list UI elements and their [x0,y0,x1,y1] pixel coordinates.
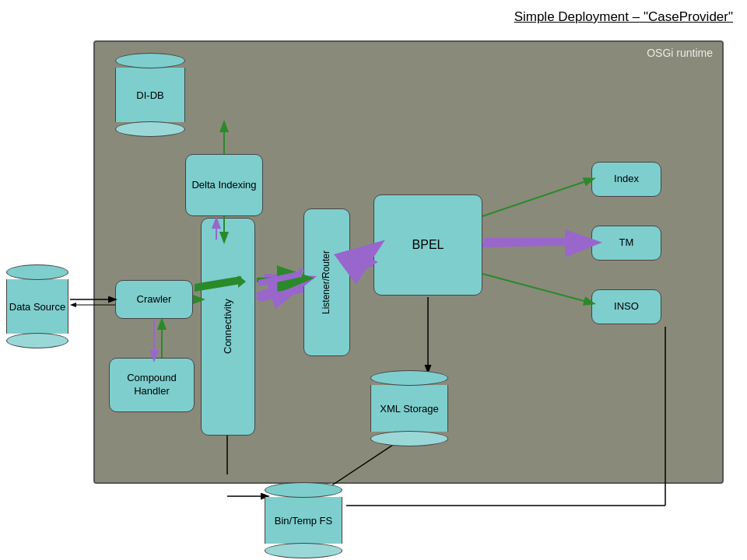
index-node: Index [591,162,661,197]
delta-indexing-node: Delta Indexing [185,154,263,216]
page-title: Simple Deployment – "CaseProvider" [514,9,733,25]
bin-temp-fs-node: Bin/Temp FS [265,482,342,558]
crawler-node: Crawler [115,280,193,319]
osgi-label: OSGi runtime [647,47,713,59]
bpel-node: BPEL [374,194,482,296]
compound-handler-node: Compound Handler [109,358,195,412]
connectivity-node: Connectivity [201,218,255,436]
data-source-node: Data Source [6,264,68,348]
tm-node: TM [591,226,661,261]
didb-node: DI-DB [115,53,185,137]
listener-router-node: Listener/Router [303,208,350,356]
inso-node: INSO [591,289,661,324]
xml-storage-node: XML Storage [370,370,448,446]
